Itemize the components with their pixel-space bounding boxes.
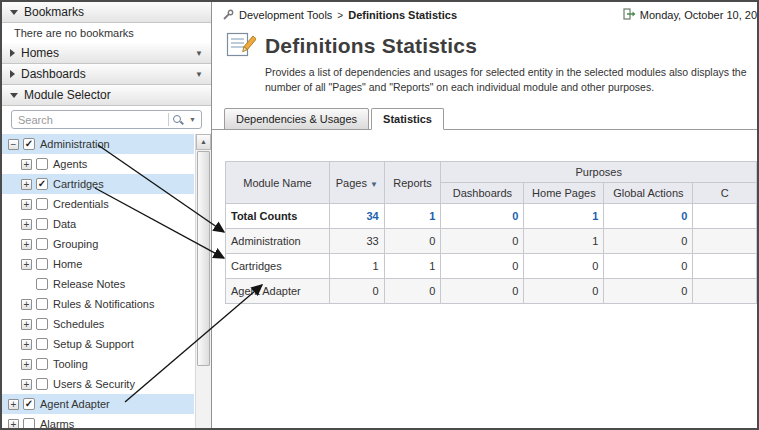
checkbox[interactable]: [36, 278, 48, 290]
count-cell[interactable]: 0: [524, 254, 604, 279]
tree-item[interactable]: + Grouping: [2, 234, 194, 254]
table-row[interactable]: Total Counts 34 1 0 1 0: [226, 204, 757, 229]
count-cell[interactable]: 0: [329, 279, 384, 304]
tree-item[interactable]: + ✓ Cartridges: [2, 174, 194, 194]
bookmarks-empty-text: There are no bookmarks: [2, 23, 211, 43]
column-header-dashboards[interactable]: Dashboards: [441, 183, 524, 204]
scroll-up-icon[interactable]: ▲: [196, 134, 211, 150]
checkbox[interactable]: [36, 218, 48, 230]
count-cell[interactable]: 0: [384, 229, 441, 254]
count-cell[interactable]: 0: [441, 204, 524, 229]
tree-item[interactable]: + Schedules: [2, 314, 194, 334]
scrollbar-thumb[interactable]: [197, 151, 210, 366]
count-cell-clipped[interactable]: [693, 279, 757, 304]
count-cell[interactable]: 0: [441, 229, 524, 254]
count-cell[interactable]: 1: [524, 204, 604, 229]
expand-icon[interactable]: +: [8, 399, 19, 410]
count-cell[interactable]: 0: [384, 279, 441, 304]
tree-item[interactable]: − ✓ Administration: [2, 134, 194, 154]
checkbox[interactable]: [36, 378, 48, 390]
count-cell[interactable]: 1: [384, 204, 441, 229]
tree-item[interactable]: + Credentials: [2, 194, 194, 214]
column-header-clipped[interactable]: C: [693, 183, 757, 204]
expand-icon[interactable]: +: [21, 299, 32, 310]
count-cell[interactable]: 0: [441, 279, 524, 304]
count-cell[interactable]: 0: [604, 204, 693, 229]
tab-dependencies-usages[interactable]: Dependencies & Usages: [224, 108, 369, 130]
tree-item[interactable]: + Tooling: [2, 354, 194, 374]
tree-item[interactable]: + Alarms: [2, 414, 194, 428]
checkbox[interactable]: ✓: [23, 138, 35, 150]
column-header-pages[interactable]: Pages▼: [329, 162, 384, 204]
count-cell[interactable]: 1: [329, 254, 384, 279]
tree-item[interactable]: + Users & Security: [2, 374, 194, 394]
expand-icon[interactable]: +: [21, 239, 32, 250]
count-cell[interactable]: 34: [329, 204, 384, 229]
tree-item[interactable]: + Agents: [2, 154, 194, 174]
sidebar-section-homes[interactable]: Homes ▼: [2, 43, 211, 64]
tree-scrollbar[interactable]: ▲: [195, 134, 211, 428]
triangle-right-icon: [10, 70, 15, 78]
count-cell[interactable]: 1: [524, 229, 604, 254]
count-cell-clipped[interactable]: [693, 229, 757, 254]
sidebar-section-dashboards[interactable]: Dashboards ▼: [2, 64, 211, 85]
checkbox[interactable]: [36, 358, 48, 370]
table-row[interactable]: Cartridges 1 1 0 0 0: [226, 254, 757, 279]
triangle-down-icon: [10, 10, 18, 15]
tree-item[interactable]: + Data: [2, 214, 194, 234]
checkbox[interactable]: [36, 258, 48, 270]
column-header-global-actions[interactable]: Global Actions: [604, 183, 693, 204]
checkbox[interactable]: [36, 298, 48, 310]
checkbox[interactable]: ✓: [36, 178, 48, 190]
count-cell[interactable]: 0: [604, 279, 693, 304]
chevron-down-icon[interactable]: ▼: [195, 49, 203, 58]
expand-icon[interactable]: +: [21, 219, 32, 230]
tree-item-label: Agents: [53, 158, 87, 170]
count-cell-clipped[interactable]: [693, 254, 757, 279]
column-header-module-name[interactable]: Module Name: [226, 162, 330, 204]
sidebar-section-module-selector[interactable]: Module Selector: [2, 85, 211, 106]
expand-icon[interactable]: +: [21, 259, 32, 270]
checkbox[interactable]: ✓: [23, 398, 35, 410]
count-cell-clipped[interactable]: [693, 204, 757, 229]
checkbox[interactable]: [36, 318, 48, 330]
search-input[interactable]: [18, 114, 166, 126]
chevron-down-icon[interactable]: ▼: [189, 116, 196, 123]
search-box: ▼: [11, 110, 202, 129]
checkbox[interactable]: [36, 158, 48, 170]
tree-item[interactable]: Release Notes: [2, 274, 194, 294]
expand-icon[interactable]: +: [21, 319, 32, 330]
tab-statistics[interactable]: Statistics: [371, 108, 444, 130]
expand-icon[interactable]: +: [21, 379, 32, 390]
expand-icon[interactable]: +: [21, 339, 32, 350]
count-cell[interactable]: 0: [524, 279, 604, 304]
sidebar-section-bookmarks[interactable]: Bookmarks: [2, 2, 211, 23]
column-header-reports[interactable]: Reports: [384, 162, 441, 204]
tree-item[interactable]: + Home: [2, 254, 194, 274]
chevron-down-icon[interactable]: ▼: [195, 70, 203, 79]
search-icon[interactable]: [173, 114, 185, 126]
count-cell[interactable]: 0: [604, 254, 693, 279]
count-cell[interactable]: 33: [329, 229, 384, 254]
count-cell[interactable]: 0: [441, 254, 524, 279]
column-header-home-pages[interactable]: Home Pages: [524, 183, 604, 204]
checkbox[interactable]: [36, 198, 48, 210]
logout-icon[interactable]: [623, 8, 636, 22]
checkbox[interactable]: [36, 338, 48, 350]
checkbox[interactable]: [23, 418, 35, 428]
table-row[interactable]: Administration 33 0 0 1 0: [226, 229, 757, 254]
tree-item[interactable]: + ✓ Agent Adapter: [2, 394, 194, 414]
count-cell[interactable]: 0: [604, 229, 693, 254]
expand-icon[interactable]: +: [8, 419, 19, 429]
count-cell[interactable]: 1: [384, 254, 441, 279]
expand-icon[interactable]: +: [21, 159, 32, 170]
checkbox[interactable]: [36, 238, 48, 250]
expand-icon[interactable]: +: [21, 179, 32, 190]
expand-icon[interactable]: +: [21, 359, 32, 370]
expand-icon[interactable]: +: [21, 199, 32, 210]
expand-icon[interactable]: −: [8, 139, 19, 150]
table-row[interactable]: Agent Adapter 0 0 0 0 0: [226, 279, 757, 304]
tree-item[interactable]: + Setup & Support: [2, 334, 194, 354]
tree-item[interactable]: + Rules & Notifications: [2, 294, 194, 314]
breadcrumb-development-tools[interactable]: Development Tools: [239, 9, 332, 21]
